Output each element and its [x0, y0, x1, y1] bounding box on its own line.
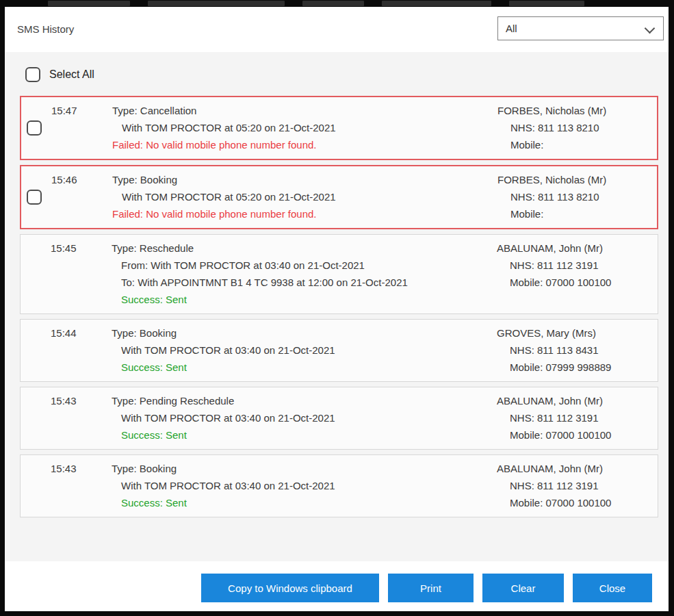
row-time: 15:47 [51, 102, 77, 119]
dialog-footer: Copy to Windows clipboard Print Clear Cl… [5, 561, 669, 611]
page-title: SMS History [17, 23, 74, 35]
patient-nhs-number: NHS: 811 112 3191 [497, 257, 611, 274]
sms-history-row: 15:43 Type: BookingWith TOM PROCTOR at 0… [20, 454, 658, 517]
chevron-down-icon [645, 23, 656, 34]
patient-name: FORBES, Nicholas (Mr) [497, 102, 606, 119]
sms-history-row: 15:43 Type: Pending RescheduleWith TOM P… [20, 387, 658, 450]
patient-name: GROVES, Mary (Mrs) [497, 324, 611, 342]
row-time: 15:43 [51, 460, 77, 477]
row-time: 15:46 [51, 171, 77, 188]
row-status: Success: Sent [112, 291, 649, 308]
dialog-content: Select All 15:47 Type: CancellationWith … [5, 52, 669, 561]
patient-mobile-number: Mobile: [497, 205, 606, 222]
row-patient-block: ABALUNAM, John (Mr) NHS: 811 112 3191 Mo… [497, 392, 611, 444]
select-all-row: Select All [25, 67, 669, 82]
sms-history-row: 15:45 Type: RescheduleFrom: With TOM PRO… [20, 234, 658, 314]
row-time: 15:45 [51, 240, 77, 257]
row-patient-block: GROVES, Mary (Mrs) NHS: 811 113 8431 Mob… [497, 324, 611, 376]
sms-history-row: 15:44 Type: BookingWith TOM PROCTOR at 0… [20, 319, 658, 382]
copy-to-clipboard-button[interactable]: Copy to Windows clipboard [201, 574, 379, 602]
sms-history-row: 15:46 Type: BookingWith TOM PROCTOR at 0… [20, 165, 658, 229]
row-patient-block: FORBES, Nicholas (Mr) NHS: 811 113 8210 … [497, 102, 606, 153]
sms-history-list: 15:47 Type: CancellationWith TOM PROCTOR… [20, 96, 658, 517]
row-patient-block: ABALUNAM, John (Mr) NHS: 811 112 3191 Mo… [497, 460, 611, 511]
background-window-remnant [302, 1, 364, 6]
patient-mobile-number: Mobile: 07999 998889 [497, 359, 611, 376]
patient-name: ABALUNAM, John (Mr) [497, 240, 611, 257]
sms-history-row: 15:47 Type: CancellationWith TOM PROCTOR… [20, 96, 658, 160]
select-all-checkbox[interactable] [25, 67, 40, 82]
row-time: 15:44 [51, 324, 77, 342]
background-window-remnant [382, 1, 491, 6]
patient-name: FORBES, Nicholas (Mr) [497, 171, 606, 188]
patient-mobile-number: Mobile: [497, 136, 606, 153]
clear-button[interactable]: Clear [482, 574, 564, 602]
screenshot-frame: SMS History All Select All 15:47 Type: C… [0, 0, 674, 616]
patient-mobile-number: Mobile: 07000 100100 [497, 494, 611, 511]
patient-name: ABALUNAM, John (Mr) [497, 460, 611, 477]
patient-nhs-number: NHS: 811 113 8431 [497, 342, 611, 359]
print-button[interactable]: Print [388, 574, 474, 602]
patient-nhs-number: NHS: 811 113 8210 [497, 188, 606, 205]
background-window-remnant [509, 1, 584, 6]
patient-nhs-number: NHS: 811 112 3191 [497, 409, 611, 426]
patient-nhs-number: NHS: 811 113 8210 [497, 119, 606, 136]
row-checkbox[interactable] [27, 190, 42, 205]
select-all-label: Select All [49, 68, 94, 81]
filter-dropdown[interactable]: All [497, 16, 664, 40]
background-window-remnant [148, 1, 285, 6]
row-checkbox[interactable] [27, 120, 42, 136]
patient-name: ABALUNAM, John (Mr) [497, 392, 611, 409]
close-button[interactable]: Close [573, 574, 652, 602]
dialog-header: SMS History All [5, 7, 669, 52]
filter-dropdown-value: All [498, 23, 517, 34]
row-patient-block: ABALUNAM, John (Mr) NHS: 811 112 3191 Mo… [497, 240, 611, 291]
patient-mobile-number: Mobile: 07000 100100 [497, 426, 611, 444]
patient-nhs-number: NHS: 811 112 3191 [497, 477, 611, 494]
row-patient-block: FORBES, Nicholas (Mr) NHS: 811 113 8210 … [497, 171, 606, 222]
sms-history-dialog: SMS History All Select All 15:47 Type: C… [5, 7, 669, 611]
background-window-remnant [48, 1, 130, 6]
row-time: 15:43 [51, 392, 77, 409]
patient-mobile-number: Mobile: 07000 100100 [497, 274, 611, 291]
background-window-remnant [48, 1, 623, 6]
